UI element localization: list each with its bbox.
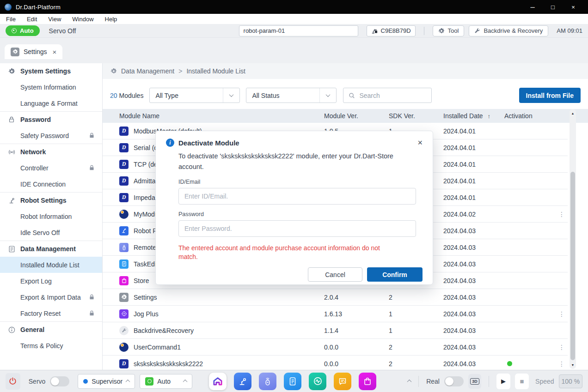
- 3d-view-button[interactable]: 3D: [468, 374, 481, 389]
- sidebar-group-data-management[interactable]: Data Management: [0, 241, 102, 257]
- sidebar-item-language-format[interactable]: Language & Format: [0, 95, 102, 111]
- power-button[interactable]: [6, 373, 20, 390]
- table-scrollbar[interactable]: ▲ ▼: [570, 109, 576, 369]
- search-input[interactable]: Search: [343, 88, 432, 103]
- breadcrumb: Data Management > Installed Module List: [103, 63, 588, 79]
- module-version: 0.0.0: [324, 360, 389, 368]
- lock-outline-icon: [8, 116, 15, 123]
- scroll-up-icon[interactable]: ▲: [570, 110, 576, 116]
- row-menu-icon[interactable]: ⋮: [556, 310, 568, 318]
- column-activation[interactable]: Activation: [504, 112, 556, 120]
- backdrive-recovery-button[interactable]: Backdrive & Recovery: [469, 25, 548, 36]
- role-status-dot: [83, 379, 88, 384]
- deactivate-module-dialog: i Deactivate Module × To deactivate 'sks…: [155, 131, 433, 285]
- speed-value[interactable]: 100 %: [559, 374, 582, 388]
- lock-icon: [89, 310, 94, 316]
- dock-remote-control-icon[interactable]: [259, 373, 276, 390]
- maximize-icon[interactable]: □: [543, 4, 563, 11]
- sidebar-group-system-settings[interactable]: System Settings: [0, 63, 102, 79]
- table-row[interactable]: UserCommand10.0.022024.04.03⋮: [103, 339, 568, 356]
- id-email-field[interactable]: Enter ID/Email.: [178, 188, 416, 205]
- password-field[interactable]: Enter Password.: [178, 220, 416, 237]
- scroll-down-icon[interactable]: ▼: [570, 362, 576, 368]
- mode-indicator[interactable]: Auto: [6, 25, 40, 36]
- role-select[interactable]: Supervisor: [78, 374, 135, 389]
- chevron-up-icon: [126, 380, 130, 384]
- installed-date: 2024.04.03: [443, 294, 504, 301]
- dart-module-icon: D: [119, 359, 129, 368]
- minimize-icon[interactable]: ─: [522, 4, 543, 11]
- close-icon[interactable]: ×: [563, 4, 583, 11]
- sidebar-item-idle-servo-off[interactable]: Idle Servo Off: [0, 224, 102, 241]
- table-row[interactable]: Settings2.0.422024.04.03: [103, 289, 568, 306]
- sidebar-group-general[interactable]: General: [0, 322, 102, 338]
- sidebar-item-ide-connection[interactable]: IDE Connection: [0, 176, 102, 192]
- robot-lock-icon: [371, 28, 378, 34]
- breadcrumb-section[interactable]: Data Management: [121, 67, 174, 75]
- mode-icon: [12, 28, 17, 33]
- servo-label: Servo: [29, 378, 46, 385]
- sidebar-item-controller[interactable]: Controller: [0, 160, 102, 176]
- table-header: Module Name Module Ver. SDK Ver. Install…: [103, 109, 588, 123]
- menu-file[interactable]: File: [6, 16, 16, 23]
- servo-toggle[interactable]: [50, 376, 69, 386]
- clock: AM 09:01: [557, 27, 582, 34]
- robot-param-input[interactable]: robot-param-01: [239, 25, 358, 36]
- type-filter-select[interactable]: All Type: [149, 88, 240, 103]
- dock-monitoring-icon[interactable]: [309, 373, 326, 390]
- sidebar-item-robot-information[interactable]: Robot Information: [0, 208, 102, 224]
- menu-edit[interactable]: Edit: [27, 16, 37, 23]
- sidebar-item-installed-module-list[interactable]: Installed Module List: [0, 257, 102, 273]
- sidebar-item-terms-policy[interactable]: Terms & Policy: [0, 338, 102, 354]
- table-row[interactable]: Jog Plus1.6.1312024.04.03⋮: [103, 306, 568, 322]
- sidebar-group-password[interactable]: Password: [0, 112, 102, 127]
- column-sdk-ver[interactable]: SDK Ver.: [389, 112, 443, 120]
- data-icon: [8, 246, 15, 253]
- cancel-button[interactable]: Cancel: [308, 267, 362, 282]
- sidebar-item-export-import-data[interactable]: Export & Import Data: [0, 289, 102, 305]
- dock-collapse-icon[interactable]: [408, 380, 411, 383]
- menu-view[interactable]: View: [48, 16, 61, 23]
- installed-date: 2024.04.03: [443, 227, 504, 235]
- column-module-name[interactable]: Module Name: [103, 112, 324, 120]
- info-icon: i: [166, 139, 174, 147]
- module-version: 1.1.4: [324, 327, 389, 334]
- confirm-button[interactable]: Confirm: [367, 267, 423, 282]
- module-version: 2.0.4: [324, 294, 389, 301]
- scrollbar-thumb[interactable]: [570, 172, 575, 360]
- table-row[interactable]: Backdrive&Recovery1.1.412024.04.03: [103, 322, 568, 339]
- status-filter-select[interactable]: All Status: [246, 88, 337, 103]
- tab-close-icon[interactable]: ×: [53, 48, 57, 56]
- row-menu-icon[interactable]: ⋮: [556, 211, 568, 218]
- tab-settings[interactable]: Settings ×: [5, 44, 62, 59]
- mode-select[interactable]: Auto: [140, 374, 192, 389]
- sidebar-group-network[interactable]: Network: [0, 144, 102, 160]
- robot-id-badge[interactable]: C9E8B79D: [367, 25, 416, 36]
- dock-robot-arm-icon[interactable]: [234, 373, 251, 390]
- menu-window[interactable]: Window: [72, 16, 93, 23]
- install-from-file-button[interactable]: Install from File: [519, 88, 581, 103]
- dock-home-icon[interactable]: [209, 373, 227, 390]
- module-name: Backdrive&Recovery: [134, 327, 194, 334]
- sidebar-item-factory-reset[interactable]: Factory Reset: [0, 305, 102, 321]
- dock-task-editor-icon[interactable]: [284, 373, 301, 390]
- stop-button[interactable]: ■: [515, 374, 529, 389]
- tool-button[interactable]: Tool: [433, 25, 465, 36]
- sort-ascending-icon[interactable]: ↑: [488, 113, 491, 120]
- sidebar-item-export-log[interactable]: Export Log: [0, 273, 102, 289]
- column-module-ver[interactable]: Module Ver.: [324, 112, 389, 120]
- table-row[interactable]: Dskskskskskskksksk22220.0.022024.04.03⋮: [103, 356, 568, 370]
- sidebar-group-robot-settings[interactable]: Robot Settings: [0, 193, 102, 208]
- real-toggle[interactable]: [444, 376, 464, 386]
- dock-message-icon[interactable]: [334, 373, 351, 390]
- dock-store-icon[interactable]: [359, 373, 376, 390]
- sidebar-item-safety-password[interactable]: Safety Password: [0, 127, 102, 144]
- sidebar-item-system-information[interactable]: System Information: [0, 79, 102, 95]
- play-button[interactable]: ▶: [496, 374, 510, 389]
- column-installed-date[interactable]: Installed Date ↑: [443, 112, 504, 120]
- row-menu-icon[interactable]: ⋮: [556, 344, 568, 351]
- row-menu-icon[interactable]: ⋮: [556, 360, 568, 368]
- dialog-close-icon[interactable]: ×: [417, 139, 423, 147]
- auto-mode-icon: [145, 377, 153, 386]
- menu-help[interactable]: Help: [105, 16, 117, 23]
